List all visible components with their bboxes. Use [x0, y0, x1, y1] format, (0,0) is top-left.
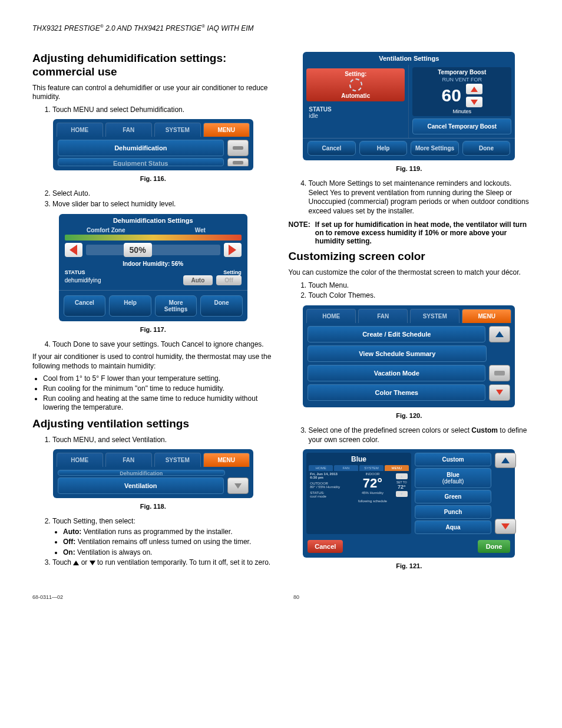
humidity-methods-intro: If your air conditioner is used to contr…	[32, 353, 274, 371]
dehum-step-4: Touch Done to save your settings. Touch …	[52, 340, 274, 350]
left-column: Adjusting dehumidification settings: com…	[32, 47, 274, 577]
scroll-indicator	[227, 140, 249, 156]
tab-fan[interactable]: FAN	[105, 123, 152, 137]
slider-right-button[interactable]	[224, 243, 242, 257]
menu-ventilation[interactable]: Ventilation	[58, 477, 224, 494]
right-column: Ventilation Settings Setting: Automatic …	[289, 47, 530, 577]
help-button[interactable]: Help	[109, 295, 151, 317]
tab-fan[interactable]: FAN	[105, 453, 152, 467]
menu-create-schedule[interactable]: Create / Edit Schedule	[308, 326, 485, 342]
theme-scroll-down[interactable]	[495, 519, 516, 534]
tab-home[interactable]: HOME	[306, 309, 356, 323]
tab-fan[interactable]: FAN	[358, 309, 408, 323]
fig-120-caption: Fig. 120.	[289, 412, 530, 419]
tab-system[interactable]: SYSTEM	[154, 123, 201, 137]
fig-119-caption: Fig. 119.	[289, 165, 530, 172]
humidity-gradient	[65, 235, 242, 241]
minutes-label: Minutes	[414, 108, 510, 114]
slider-left-button[interactable]	[65, 243, 82, 257]
vent-opt-auto: Auto: Ventilation runs as programmed by …	[63, 528, 274, 537]
gear-icon	[349, 78, 362, 91]
tab-system[interactable]: SYSTEM	[410, 309, 459, 323]
cancel-boost-button[interactable]: Cancel Temporary Boost	[412, 118, 511, 134]
more-settings-button[interactable]: More Settings	[411, 141, 459, 156]
color-step-3: Select one of the predefined screen colo…	[309, 426, 530, 444]
fig-120: HOME FAN SYSTEM MENU Create / Edit Sched…	[303, 305, 515, 407]
dehum-step-1: Touch MENU and select Dehumidification.	[52, 106, 274, 115]
tab-menu[interactable]: MENU	[462, 309, 511, 323]
fig-116: HOME FAN SYSTEM MENU Dehumidification Eq…	[53, 119, 253, 170]
triangle-left-icon	[70, 245, 77, 255]
note-label: NOTE:	[289, 220, 310, 245]
menu-item-above[interactable]: Dehumidification	[58, 470, 225, 476]
more-settings-button[interactable]: More Settings	[155, 295, 197, 317]
help-button[interactable]: Help	[359, 141, 408, 156]
scroll-down-button[interactable]	[489, 384, 510, 401]
cancel-button[interactable]: Cancel	[308, 141, 356, 156]
scroll-down-button[interactable]	[227, 477, 249, 494]
triangle-up-icon	[495, 331, 504, 337]
cancel-button[interactable]: Cancel	[64, 295, 106, 317]
done-button[interactable]: Done	[478, 540, 511, 553]
intro-dehum: This feature can control a dehumidifier …	[32, 84, 274, 102]
run-vent-for: RUN VENT FOR	[414, 77, 510, 83]
color-preview: Blue HOME FAN SYSTEM MENU Fri, Jun 14, 2…	[306, 453, 411, 534]
triangle-down-icon	[501, 523, 510, 529]
fig-119: Ventilation Settings Setting: Automatic …	[303, 52, 515, 160]
fig-121-caption: Fig. 121.	[289, 562, 530, 569]
tab-menu[interactable]: MENU	[203, 123, 250, 137]
slider-knob[interactable]: 50%	[124, 243, 152, 257]
theme-scroll-up[interactable]	[495, 453, 516, 468]
vent-opt-off: Off: Ventilation remains off unless turn…	[63, 538, 274, 547]
heading-color: Customizing screen color	[289, 250, 530, 263]
triangle-up-icon	[501, 457, 510, 463]
done-button[interactable]: Done	[200, 295, 243, 317]
menu-vacation-mode[interactable]: Vacation Mode	[308, 365, 485, 381]
boost-down-button[interactable]	[466, 97, 482, 107]
fig-117: Dehumidification Settings Comfort Zone W…	[59, 214, 247, 321]
note-block: NOTE: If set up for humidification in he…	[289, 220, 530, 245]
humidity-method-2: Run cooling for the minimum "on" time to…	[43, 384, 274, 394]
menu-equipment-status[interactable]: Equipment Status	[58, 158, 224, 166]
done-button[interactable]: Done	[462, 141, 511, 156]
theme-green[interactable]: Green	[415, 490, 491, 503]
theme-custom[interactable]: Custom	[415, 453, 491, 466]
menu-color-themes[interactable]: Color Themes	[308, 384, 485, 401]
triangle-down-icon	[471, 100, 478, 105]
theme-blue[interactable]: Blue(default)	[415, 468, 491, 488]
theme-punch[interactable]: Punch	[415, 505, 491, 519]
heading-ventilation: Adjusting ventilation settings	[32, 417, 274, 431]
menu-view-summary[interactable]: View Schedule Summary	[308, 345, 487, 362]
triangle-down-icon	[496, 390, 503, 395]
scroll-up-button[interactable]	[489, 326, 510, 342]
humidity-method-1: Cool from 1° to 5° F lower than your tem…	[43, 374, 274, 384]
boost-up-button[interactable]	[466, 84, 482, 94]
fig119-title: Ventilation Settings	[303, 52, 515, 65]
theme-aqua[interactable]: Aqua	[415, 521, 491, 534]
off-button[interactable]: Off	[216, 275, 241, 285]
humidity-method-3: Run cooling and heating at the same time…	[43, 394, 274, 413]
setting-box[interactable]: Setting: Automatic	[306, 68, 405, 101]
triangle-up-icon	[471, 87, 478, 92]
tab-system[interactable]: SYSTEM	[154, 453, 201, 467]
auto-button[interactable]: Auto	[183, 275, 213, 285]
menu-dehumidification[interactable]: Dehumidification	[58, 140, 224, 156]
scroll-down-button[interactable]	[227, 158, 249, 166]
intro-color: You can customize the color of the therm…	[289, 268, 530, 278]
fig-116-caption: Fig. 116.	[32, 175, 274, 182]
preview-time: 6:30 pm	[310, 476, 349, 479]
indoor-humidity: Indoor Humidity: 56%	[59, 258, 247, 269]
tab-menu[interactable]: MENU	[203, 453, 250, 467]
slider-track[interactable]: 50%	[86, 245, 220, 255]
vent-opt-on: On: Ventilation is always on.	[63, 548, 274, 558]
cancel-button[interactable]: Cancel	[308, 540, 343, 553]
fig-121: Blue HOME FAN SYSTEM MENU Fri, Jun 14, 2…	[303, 449, 515, 558]
tab-home[interactable]: HOME	[57, 453, 103, 467]
setting-label: Setting	[153, 269, 242, 275]
status-label: STATUS	[65, 269, 153, 275]
tab-home[interactable]: HOME	[57, 123, 103, 137]
vent-step-1: Touch MENU, and select Ventilation.	[52, 436, 274, 445]
label-wet: Wet	[153, 227, 247, 233]
preview-indoor-hum: 45% Humidity	[353, 491, 392, 495]
preview-outdoor-val: 80° / 55% Humidity	[310, 485, 349, 489]
